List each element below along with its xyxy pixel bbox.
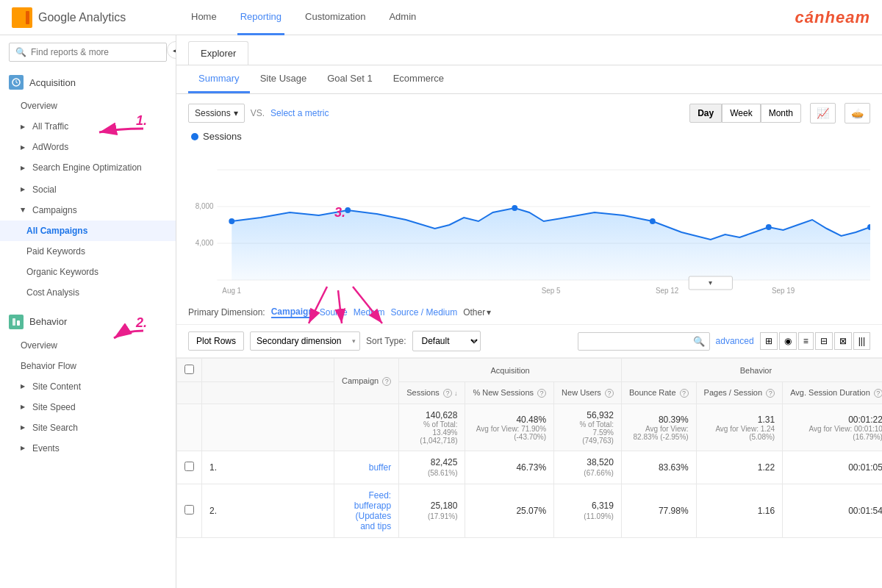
sidebar-item-events[interactable]: ▶Events — [0, 438, 176, 459]
primary-dimension: Primary Dimension: Campaign Source Mediu… — [176, 304, 882, 325]
view-buttons: ⊞ ◉ ≡ ⊟ ⊠ ||| — [760, 332, 870, 350]
nav-reporting[interactable]: Reporting — [237, 0, 284, 35]
table-search-box[interactable]: 🔍 — [578, 332, 710, 351]
col-avg-session[interactable]: Avg. Session Duration ? — [783, 382, 882, 404]
select-all-checkbox[interactable] — [184, 365, 194, 374]
sidebar-item-site-content[interactable]: ▶Site Content — [0, 376, 176, 397]
dim-other[interactable]: Other ▾ — [463, 307, 491, 318]
other-dropdown-icon: ▾ — [487, 307, 491, 318]
col-campaign: Campaign ? — [334, 359, 399, 404]
pivot-view-button[interactable]: ⊠ — [834, 332, 852, 350]
row2-num: 2. — [202, 484, 334, 538]
list-view-button[interactable]: ≡ — [798, 332, 814, 350]
explorer-tab[interactable]: Explorer — [188, 41, 248, 65]
row2-checkbox[interactable] — [184, 505, 194, 514]
chart-container: 8,000 4,000 Aug 1 Sep 5 Sep — [188, 148, 870, 295]
col-bounce-rate[interactable]: Bounce Rate ? — [621, 382, 696, 404]
plot-rows-button[interactable]: Plot Rows — [188, 331, 244, 351]
sidebar-item-all-campaigns[interactable]: All Campaigns — [0, 220, 176, 241]
sidebar-item-seo[interactable]: ▶Search Engine Optimization — [0, 157, 176, 179]
col-pages-session[interactable]: Pages / Session ? — [696, 382, 783, 404]
totals-new-users: 56,932 % of Total: 7.59% (749,763) — [554, 404, 622, 451]
sort-type-select[interactable]: Default — [412, 331, 481, 351]
sidebar-item-organic-keywords[interactable]: Organic Keywords — [0, 262, 176, 282]
row2-avg-session: 00:01:54 — [783, 484, 882, 538]
sidebar-item-campaigns[interactable]: ▶Campaigns — [0, 200, 176, 220]
sidebar-item-paid-keywords[interactable]: Paid Keywords — [0, 241, 176, 262]
col-sessions[interactable]: Sessions ? ↓ — [399, 382, 465, 404]
sidebar-item-all-traffic[interactable]: ▶All Traffic — [0, 116, 176, 137]
totals-num — [202, 404, 334, 451]
google-analytics-icon — [12, 7, 32, 28]
sidebar-item-label: Events — [32, 443, 60, 453]
day-button[interactable]: Day — [689, 104, 722, 123]
sidebar-item-cost-analysis[interactable]: Cost Analysis — [0, 282, 176, 303]
acquisition-group-header[interactable]: Acquisition — [0, 69, 176, 96]
tab-summary[interactable]: Summary — [188, 65, 250, 93]
week-button[interactable]: Week — [722, 104, 760, 123]
sidebar-collapse-button[interactable]: ◀ — [167, 41, 176, 59]
new-users-help-icon[interactable]: ? — [605, 389, 614, 398]
row2-pct-new: 25.07% — [465, 484, 554, 538]
col-num — [202, 359, 334, 382]
sidebar-item-acq-overview[interactable]: Overview — [0, 96, 176, 116]
sessions-chart: 8,000 4,000 Aug 1 Sep 5 Sep — [188, 148, 870, 295]
col-cb2 — [177, 382, 202, 404]
chart-legend: Sessions — [188, 131, 870, 142]
bounce-help-icon[interactable]: ? — [680, 389, 689, 398]
compare-view-button[interactable]: ⊟ — [815, 332, 833, 350]
line-chart-icon-button[interactable]: 📈 — [810, 103, 836, 123]
nav-admin[interactable]: Admin — [386, 0, 419, 35]
nav-home[interactable]: Home — [188, 0, 220, 35]
dim-source-medium[interactable]: Source / Medium — [390, 307, 457, 318]
tab-ecommerce[interactable]: Ecommerce — [383, 65, 454, 93]
campaign-help-icon[interactable]: ? — [382, 377, 391, 386]
sidebar-item-adwords[interactable]: ▶AdWords — [0, 137, 176, 157]
dim-source[interactable]: Source — [320, 307, 348, 318]
advanced-link[interactable]: advanced — [716, 336, 754, 346]
legend-dot — [191, 133, 198, 140]
row2-bounce: 77.98% — [621, 484, 696, 538]
tab-goal-set[interactable]: Goal Set 1 — [317, 65, 382, 93]
row1-checkbox[interactable] — [184, 462, 194, 471]
row2-sessions: 25,180 (17.91%) — [399, 484, 465, 538]
col-checkbox — [177, 359, 202, 382]
vs-label: VS. — [251, 108, 265, 118]
custom-view-button[interactable]: ||| — [853, 332, 870, 350]
sidebar-item-beh-overview[interactable]: Overview — [0, 335, 176, 356]
pie-chart-icon-button[interactable]: 🥧 — [845, 103, 870, 123]
col-pct-new-sessions[interactable]: % New Sessions ? — [465, 382, 554, 404]
dropdown-arrow-icon: ▾ — [234, 108, 238, 118]
grid-view-button[interactable]: ⊞ — [760, 332, 778, 350]
pages-help-icon[interactable]: ? — [766, 389, 775, 398]
pct-new-help-icon[interactable]: ? — [537, 389, 546, 398]
behavior-label: Behavior — [29, 316, 67, 327]
month-button[interactable]: Month — [761, 104, 801, 123]
tab-site-usage[interactable]: Site Usage — [250, 65, 318, 93]
row2-campaign[interactable]: Feed: bufferapp (Updates and tips — [334, 484, 399, 538]
acquisition-icon — [9, 75, 24, 90]
logo-area: Google Analytics — [12, 7, 159, 28]
secondary-dimension-select[interactable]: Secondary dimension — [250, 331, 360, 351]
search-icon: 🔍 — [15, 47, 26, 57]
sidebar-item-social[interactable]: ▶Social — [0, 179, 176, 200]
nav-customization[interactable]: Customization — [302, 0, 368, 35]
row1-campaign[interactable]: buffer — [334, 451, 399, 484]
metric-select[interactable]: Sessions ▾ — [188, 104, 245, 123]
sidebar-search-box[interactable]: 🔍 — [9, 43, 167, 62]
table-search-input[interactable] — [583, 336, 693, 346]
behavior-group-header[interactable]: Behavior — [0, 309, 176, 335]
avg-session-help-icon[interactable]: ? — [874, 389, 882, 398]
select-metric-link[interactable]: Select a metric — [270, 108, 329, 118]
pie-view-button[interactable]: ◉ — [779, 332, 797, 350]
dim-medium[interactable]: Medium — [354, 307, 385, 318]
sidebar-item-site-speed[interactable]: ▶Site Speed — [0, 397, 176, 417]
dim-campaign[interactable]: Campaign — [271, 306, 314, 318]
sidebar-item-beh-flow[interactable]: Behavior Flow — [0, 356, 176, 376]
search-input[interactable] — [31, 47, 160, 57]
col-new-users[interactable]: New Users ? — [554, 382, 622, 404]
svg-text:Sep 5: Sep 5 — [542, 287, 561, 295]
sidebar-item-site-search[interactable]: ▶Site Search — [0, 417, 176, 438]
sessions-help-icon[interactable]: ? — [443, 389, 452, 398]
table-search-icon[interactable]: 🔍 — [693, 336, 705, 347]
